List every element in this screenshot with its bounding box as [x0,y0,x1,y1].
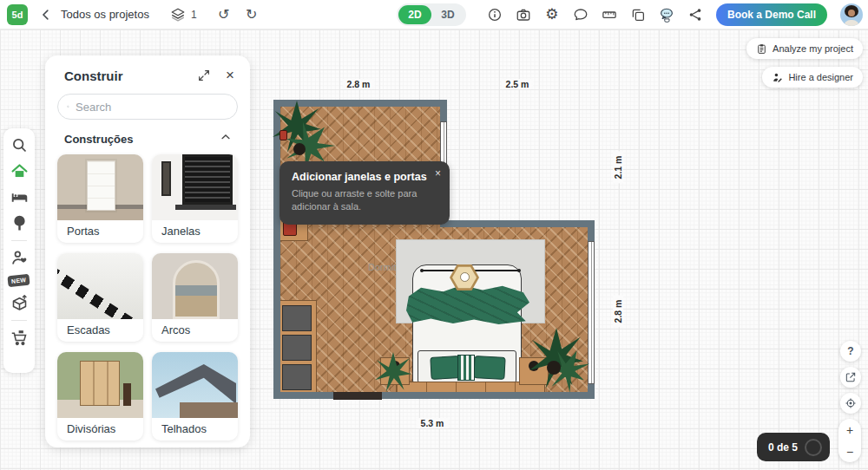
section-title: Construções [64,133,219,146]
category-label: Escadas [57,319,143,342]
category-card-escadas[interactable]: Escadas [57,253,143,342]
pillow [430,356,460,380]
planner-app: Dormitório [0,0,868,470]
view-toggle: 2D 3D [397,3,466,26]
wall-top[interactable] [273,100,447,107]
avatar-face [848,10,855,16]
close-panel-icon[interactable]: × [222,68,238,83]
snapshot-camera-icon[interactable] [516,7,531,23]
search-icon[interactable] [10,136,29,154]
category-card-portas[interactable]: Portas [57,154,143,243]
portas-thumbnail [57,154,143,220]
expand-panel-icon[interactable] [196,68,212,83]
bed-runner [457,355,475,381]
share-icon[interactable] [687,7,703,23]
plants-tree-icon[interactable] [10,214,29,232]
plant-pot [293,143,306,155]
furniture-bed-icon[interactable] [10,188,29,206]
export-button[interactable] [840,367,861,388]
category-card-arcos[interactable]: Arcos [152,253,238,342]
shelf-deco [279,130,287,140]
category-card-divisorias[interactable]: Divisórias [57,352,143,441]
zoom-in-button[interactable]: + [838,419,861,441]
target-icon [845,397,857,409]
objects-cube-icon[interactable] [10,294,29,312]
search-icon [67,101,69,113]
dimension-label: 2.8 m [343,79,375,89]
back-button[interactable] [38,7,54,23]
search-input[interactable] [76,101,228,114]
category-card-telhados[interactable]: Telhados [152,352,238,441]
wall-step[interactable] [440,220,595,227]
ai-assistant-icon[interactable] [659,7,674,23]
clipboard-icon [756,43,767,55]
wardrobe-panel [282,335,312,361]
close-icon[interactable]: × [435,167,441,180]
onboarding-tooltip: Adicionar janelas e portas Clique ou arr… [279,161,450,225]
wall-bottom[interactable] [273,392,595,399]
progress-ring [805,439,822,456]
analyze-project-button[interactable]: Analyze my project [746,38,863,59]
book-demo-button[interactable]: Book a Demo Call [716,3,827,26]
telhados-thumbnail [152,352,238,418]
panel-title: Construir [64,69,186,83]
layers-icon[interactable] [170,7,186,23]
usage-counter[interactable]: 0 de 5 [757,433,830,461]
category-label: Telhados [152,418,238,441]
zoom-out-button[interactable]: − [838,441,861,462]
avatar[interactable] [840,3,863,26]
analyze-label: Analyze my project [773,43,853,54]
hire-label: Hire a designer [788,72,853,82]
export-icon [845,371,857,383]
arcos-thumbnail [152,253,238,319]
panel-search[interactable] [57,94,238,120]
designer-icon [772,72,783,83]
tooltip-title: Adicionar janelas e portas [292,171,437,183]
help-button[interactable]: ? [840,341,861,362]
janelas-thumbnail [152,154,238,220]
topbar-actions: ⚙ Book a Demo Call [487,0,863,29]
dimension-label: 2.1 m [613,152,623,184]
cart-icon[interactable] [10,329,29,347]
counter-text: 0 de 5 [768,441,798,454]
chevron-up-icon[interactable] [219,130,233,147]
layers-count: 1 [191,9,197,21]
pendant-lamp-bulb [460,272,470,282]
category-label: Divisórias [57,418,143,441]
tooltip-body: Clique ou arraste e solte para adicionar… [292,187,441,214]
ruler-icon[interactable] [602,7,617,23]
planner5d-logo[interactable]: 5d [7,4,28,25]
build-home-icon[interactable] [10,162,29,180]
settings-gear-icon[interactable]: ⚙ [544,7,560,23]
new-feature-badge[interactable]: NEW [8,274,30,288]
door[interactable] [333,392,382,400]
undo-icon[interactable]: ↺ [216,7,232,23]
escadas-thumbnail [57,253,143,319]
people-icon[interactable] [10,249,29,267]
category-label: Arcos [152,319,238,342]
divider [11,320,27,321]
center-view-button[interactable] [840,393,861,414]
category-label: Portas [57,220,143,243]
toggle-3d[interactable]: 3D [431,5,464,24]
light-bar-end [517,269,521,272]
plant-pot [547,361,561,375]
wardrobe-panel [282,305,312,331]
divisorias-thumbnail [57,352,143,418]
avatar-body [844,20,859,26]
hire-designer-button[interactable]: Hire a designer [762,67,863,88]
light-bar-end [420,269,424,272]
info-icon[interactable] [487,7,503,23]
section-header[interactable]: Construções [64,130,233,147]
chat-bubble-icon[interactable] [573,7,589,23]
category-grid: Portas Janelas Escadas Arcos Divisórias … [57,154,238,441]
redo-icon[interactable]: ↻ [244,7,260,23]
copy-icon[interactable] [630,7,646,23]
wall-left[interactable] [273,100,280,399]
category-card-janelas[interactable]: Janelas [152,154,238,243]
toggle-2d[interactable]: 2D [398,5,431,24]
window-right[interactable] [588,241,595,384]
category-label: Janelas [152,220,238,243]
breadcrumb[interactable]: Todos os projetos [61,8,149,21]
zoom-controls: + − [838,419,861,462]
